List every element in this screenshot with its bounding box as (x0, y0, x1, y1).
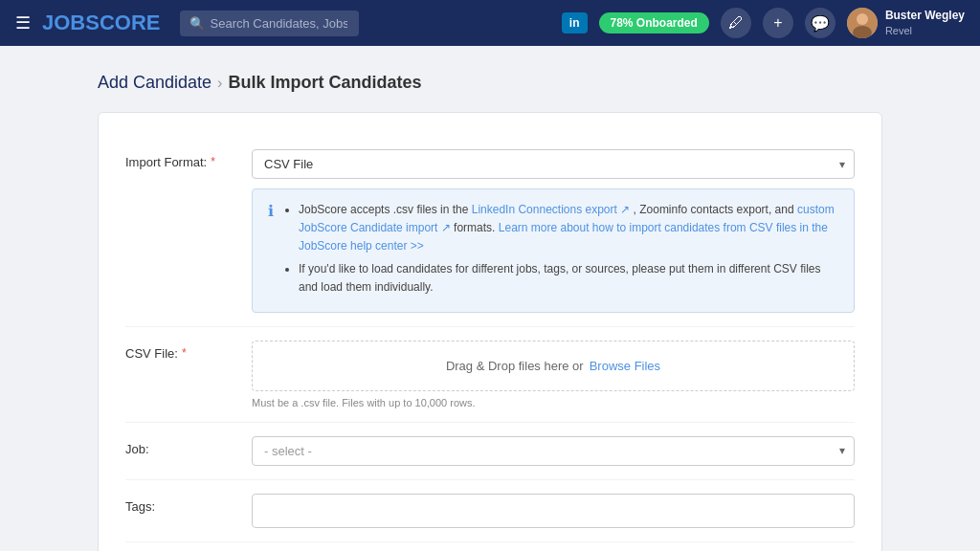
logo-part1: JOB (42, 11, 85, 34)
info-icon: ℹ (268, 202, 274, 300)
user-name: Buster Wegley (885, 9, 965, 24)
avatar (847, 8, 878, 38)
menu-icon[interactable]: ☰ (15, 12, 31, 33)
linkedin-export-link[interactable]: LinkedIn Connections export ↗ (472, 203, 630, 216)
tags-field (252, 494, 855, 528)
csv-file-label: CSV File: * (125, 341, 240, 361)
source-row: Source: * - select - ▾ (125, 542, 855, 551)
info-box: ℹ JobScore accepts .csv files in the Lin… (252, 188, 855, 313)
upload-hint: Must be a .csv file. Files with up to 10… (252, 397, 855, 408)
logo-part2: SCORE (85, 11, 160, 34)
svg-point-1 (857, 13, 868, 25)
upload-zone[interactable]: Drag & Drop files here or Browse Files (252, 341, 855, 391)
plus-icon: + (773, 14, 782, 32)
breadcrumb-separator: › (217, 75, 222, 92)
job-field: - select - ▾ (252, 436, 855, 466)
user-info: Buster Wegley Revel (885, 9, 965, 37)
required-star-import: * (211, 155, 215, 168)
search-input[interactable] (180, 11, 360, 36)
tags-row: Tags: (125, 480, 855, 542)
form-card: Import Format: * CSV File Excel File ▾ ℹ (98, 112, 882, 551)
drag-drop-text: Drag & Drop files here or (446, 359, 584, 373)
breadcrumb: Add Candidate › Bulk Import Candidates (98, 73, 882, 93)
edit-icon-button[interactable]: 🖊 (721, 8, 751, 38)
tags-label: Tags: (125, 494, 240, 514)
info-content: JobScore accepts .csv files in the Linke… (283, 201, 838, 300)
user-org: Revel (885, 24, 965, 37)
chat-icon: 💬 (811, 14, 830, 33)
job-row: Job: - select - ▾ (125, 423, 855, 480)
csv-file-field: Drag & Drop files here or Browse Files M… (252, 341, 855, 408)
import-format-row: Import Format: * CSV File Excel File ▾ ℹ (125, 136, 855, 327)
onboard-badge[interactable]: 78% Onboarded (599, 12, 709, 33)
logo[interactable]: JOBSCORE (42, 11, 161, 35)
chat-icon-button[interactable]: 💬 (805, 8, 835, 38)
user-avatar-menu[interactable]: Buster Wegley Revel (847, 8, 965, 38)
job-label: Job: (125, 436, 240, 456)
add-icon-button[interactable]: + (763, 8, 793, 38)
linkedin-button[interactable]: in (562, 12, 588, 33)
import-format-select-wrapper: CSV File Excel File ▾ (252, 149, 855, 179)
search-icon: 🔍 (189, 16, 205, 31)
required-star-csv: * (182, 346, 187, 360)
csv-file-row: CSV File: * Drag & Drop files here or Br… (125, 327, 855, 423)
tags-input[interactable] (252, 494, 855, 528)
app-header: ☰ JOBSCORE 🔍 in 78% Onboarded 🖊 + 💬 Bust… (0, 0, 980, 46)
job-select-wrapper: - select - ▾ (252, 436, 855, 466)
breadcrumb-current: Bulk Import Candidates (228, 73, 421, 93)
import-format-label: Import Format: * (125, 149, 240, 169)
breadcrumb-link[interactable]: Add Candidate (98, 73, 212, 93)
import-format-field: CSV File Excel File ▾ ℹ JobScore accepts… (252, 149, 855, 313)
job-select[interactable]: - select - (252, 436, 855, 466)
pencil-icon: 🖊 (728, 14, 744, 32)
main-content: Add Candidate › Bulk Import Candidates I… (59, 46, 921, 551)
search-wrapper: 🔍 (180, 11, 360, 36)
browse-files-link[interactable]: Browse Files (590, 359, 660, 373)
import-format-select[interactable]: CSV File Excel File (252, 149, 855, 179)
